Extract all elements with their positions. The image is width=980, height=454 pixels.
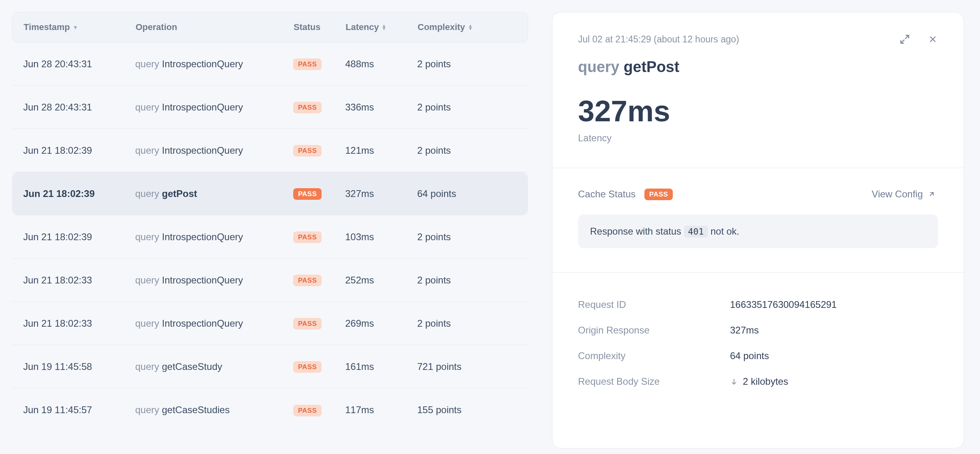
cell-latency: 252ms xyxy=(345,275,417,286)
cell-status: PASS xyxy=(293,101,345,113)
meta-request-body-size: Request Body Size 2 kilobytes xyxy=(578,369,938,394)
cell-complexity: 155 points xyxy=(417,404,529,416)
cell-complexity: 2 points xyxy=(417,275,529,286)
status-badge: PASS xyxy=(293,188,322,200)
cell-timestamp: Jun 21 18:02:33 xyxy=(23,275,135,286)
operation-type: query xyxy=(135,231,159,242)
status-badge: PASS xyxy=(293,405,322,416)
detail-panel: Jul 02 at 21:45:29 (about 12 hours ago) … xyxy=(552,12,964,448)
latency-value: 327ms xyxy=(578,96,938,126)
meta-value-text: 2 kilobytes xyxy=(743,376,788,387)
col-timestamp-label: Timestamp xyxy=(24,22,70,32)
col-status-label: Status xyxy=(294,22,320,32)
table-row[interactable]: Jun 21 18:02:33query IntrospectionQueryP… xyxy=(12,302,528,345)
meta-value: 16633517630094165291 xyxy=(730,299,938,310)
cell-status: PASS xyxy=(293,187,345,200)
operation-type: query xyxy=(135,404,159,415)
cell-operation: query IntrospectionQuery xyxy=(135,318,293,329)
meta-key: Origin Response xyxy=(578,325,730,336)
meta-origin-response: Origin Response 327ms xyxy=(578,317,938,343)
cell-operation: query IntrospectionQuery xyxy=(135,102,293,113)
detail-op-name: getPost xyxy=(624,58,679,75)
meta-value: 64 points xyxy=(730,350,938,362)
cell-status: PASS xyxy=(293,231,345,243)
cell-latency: 103ms xyxy=(345,231,417,243)
status-badge: PASS xyxy=(293,231,322,243)
col-latency-label: Latency xyxy=(346,22,379,32)
col-latency[interactable]: Latency ▴▾ xyxy=(346,22,418,32)
table-row[interactable]: Jun 21 18:02:33query IntrospectionQueryP… xyxy=(12,259,528,302)
detail-op-type: query xyxy=(578,58,619,75)
cell-status: PASS xyxy=(293,317,345,329)
cell-latency: 336ms xyxy=(345,102,417,113)
meta-request-id: Request ID 16633517630094165291 xyxy=(578,292,938,317)
table-row[interactable]: Jun 21 18:02:39query IntrospectionQueryP… xyxy=(12,215,528,259)
view-config-button[interactable]: View Config xyxy=(869,188,938,200)
table-row[interactable]: Jun 21 18:02:39query getPostPASS327ms64 … xyxy=(12,172,528,215)
latency-label: Latency xyxy=(578,133,938,144)
col-complexity[interactable]: Complexity ▴▾ xyxy=(418,22,530,32)
cell-complexity: 2 points xyxy=(417,318,529,329)
table-row[interactable]: Jun 28 20:43:31query IntrospectionQueryP… xyxy=(12,42,528,86)
meta-key: Request Body Size xyxy=(578,376,730,387)
operation-name: IntrospectionQuery xyxy=(162,58,243,69)
expand-button[interactable] xyxy=(900,34,910,44)
arrow-down-icon xyxy=(730,378,738,386)
operation-type: query xyxy=(135,361,159,372)
cell-operation: query getCaseStudies xyxy=(135,404,293,416)
cell-status: PASS xyxy=(293,58,345,70)
operation-type: query xyxy=(135,145,159,156)
col-complexity-label: Complexity xyxy=(418,22,465,32)
sort-icon: ▴▾ xyxy=(383,24,385,30)
cell-complexity: 2 points xyxy=(417,102,529,113)
cell-operation: query IntrospectionQuery xyxy=(135,58,293,70)
cell-complexity: 64 points xyxy=(417,188,529,199)
operation-type: query xyxy=(135,318,159,329)
sort-icon: ▴▾ xyxy=(469,24,472,30)
col-operation[interactable]: Operation xyxy=(136,22,294,32)
cell-operation: query IntrospectionQuery xyxy=(135,145,293,156)
col-operation-label: Operation xyxy=(136,22,177,32)
status-badge: PASS xyxy=(293,318,322,329)
close-button[interactable] xyxy=(928,34,938,44)
table-row[interactable]: Jun 19 11:45:57query getCaseStudiesPASS1… xyxy=(12,388,528,432)
cell-complexity: 2 points xyxy=(417,145,529,156)
detail-title: query getPost xyxy=(578,58,938,76)
cell-operation: query getPost xyxy=(135,188,293,199)
operation-name: getCaseStudy xyxy=(162,361,222,372)
cache-status-label: Cache Status xyxy=(578,189,636,200)
operation-name: IntrospectionQuery xyxy=(162,275,243,285)
table-row[interactable]: Jun 28 20:43:31query IntrospectionQueryP… xyxy=(12,86,528,129)
col-timestamp[interactable]: Timestamp ▾ xyxy=(24,22,136,32)
status-badge: PASS xyxy=(293,361,322,373)
cell-latency: 488ms xyxy=(345,58,417,70)
operation-name: IntrospectionQuery xyxy=(162,318,243,329)
cell-latency: 161ms xyxy=(345,361,417,372)
meta-key: Request ID xyxy=(578,299,730,310)
meta-complexity: Complexity 64 points xyxy=(578,343,938,369)
cell-status: PASS xyxy=(293,404,345,416)
cell-timestamp: Jun 28 20:43:31 xyxy=(23,102,135,113)
operation-type: query xyxy=(135,102,159,112)
cell-timestamp: Jun 21 18:02:39 xyxy=(23,231,135,243)
operation-name: IntrospectionQuery xyxy=(162,145,243,156)
error-alert: Response with status 401 not ok. xyxy=(578,215,938,248)
metadata-list: Request ID 16633517630094165291 Origin R… xyxy=(578,292,938,394)
cell-timestamp: Jun 19 11:45:58 xyxy=(23,361,135,372)
sort-desc-icon: ▾ xyxy=(74,26,77,29)
table-header-row: Timestamp ▾ Operation Status Latency ▴▾ … xyxy=(12,12,528,42)
cell-operation: query IntrospectionQuery xyxy=(135,275,293,286)
operation-name: getPost xyxy=(162,188,197,199)
cell-latency: 117ms xyxy=(345,404,417,416)
status-badge: PASS xyxy=(293,145,322,157)
alert-suffix: not ok. xyxy=(708,226,740,237)
operation-type: query xyxy=(135,188,159,199)
cell-timestamp: Jun 21 18:02:39 xyxy=(23,188,135,199)
table-row[interactable]: Jun 21 18:02:39query IntrospectionQueryP… xyxy=(12,129,528,172)
cell-status: PASS xyxy=(293,360,345,373)
table-row[interactable]: Jun 19 11:45:58query getCaseStudyPASS161… xyxy=(12,345,528,388)
cell-operation: query IntrospectionQuery xyxy=(135,231,293,243)
detail-timestamp: Jul 02 at 21:45:29 (about 12 hours ago) xyxy=(578,34,739,45)
status-badge: PASS xyxy=(293,58,322,70)
col-status[interactable]: Status xyxy=(294,22,346,32)
